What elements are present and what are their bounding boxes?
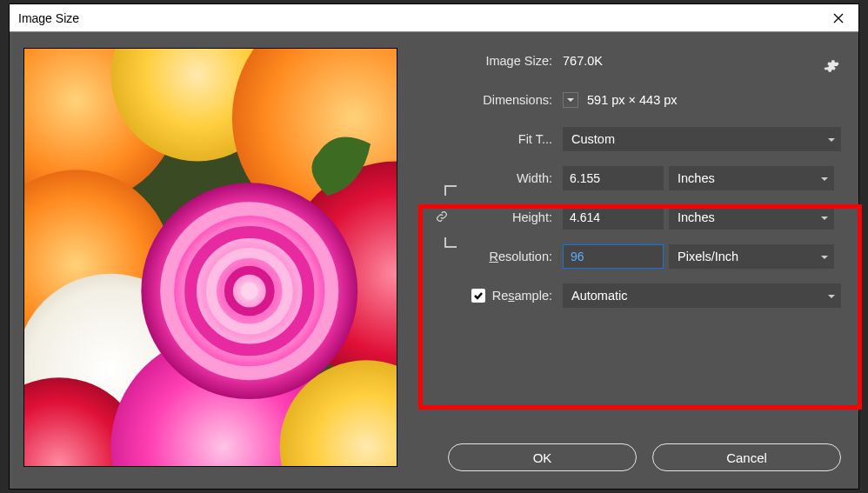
width-unit-value: Inches: [678, 171, 715, 185]
titlebar: Image Size: [10, 4, 858, 32]
height-unit-value: Inches: [678, 210, 715, 224]
gear-icon: [824, 58, 839, 74]
image-size-label: Image Size:: [417, 54, 563, 68]
chevron-down-icon: [820, 250, 829, 263]
resolution-input[interactable]: [563, 244, 664, 269]
height-unit-select[interactable]: Inches: [669, 205, 834, 230]
resample-value: Automatic: [571, 289, 627, 303]
checkmark-icon: [473, 290, 484, 301]
width-input[interactable]: [563, 166, 664, 190]
svg-point-15: [241, 283, 258, 300]
dimensions-unit-toggle[interactable]: [563, 92, 578, 108]
cancel-button[interactable]: Cancel: [652, 443, 841, 471]
link-icon: [434, 209, 450, 224]
chevron-down-icon: [820, 210, 829, 224]
resample-checkbox[interactable]: [471, 289, 485, 303]
dimensions-value: 591 px × 443 px: [587, 93, 678, 107]
settings-gear-button[interactable]: [824, 58, 839, 77]
dimensions-label: Dimensions:: [417, 93, 563, 107]
image-size-value: 767.0K: [563, 54, 603, 68]
resample-select[interactable]: Automatic: [563, 283, 841, 308]
ok-button[interactable]: OK: [448, 443, 637, 471]
close-icon: [833, 13, 844, 23]
image-preview[interactable]: [23, 48, 397, 467]
chevron-down-icon: [827, 132, 836, 146]
fit-to-label: Fit T...: [417, 132, 563, 146]
chevron-down-icon: [566, 97, 575, 103]
resolution-label: Resolution:: [417, 250, 563, 263]
resolution-unit-select[interactable]: Pixels/Inch: [669, 244, 834, 269]
close-button[interactable]: [818, 4, 858, 32]
width-label: Width:: [417, 171, 563, 185]
chevron-down-icon: [827, 289, 836, 303]
fit-to-value: Custom: [571, 132, 615, 146]
constrain-proportions-link[interactable]: [444, 185, 457, 248]
window-title: Image Size: [18, 11, 818, 25]
resolution-unit-value: Pixels/Inch: [678, 250, 738, 263]
width-unit-select[interactable]: Inches: [669, 166, 834, 190]
fit-to-select[interactable]: Custom: [563, 127, 841, 151]
preview-image: [24, 49, 397, 466]
image-size-dialog: Image Size: [9, 3, 859, 490]
resample-label: Resample:: [492, 289, 552, 303]
chevron-down-icon: [820, 171, 829, 185]
height-input[interactable]: [563, 205, 664, 230]
